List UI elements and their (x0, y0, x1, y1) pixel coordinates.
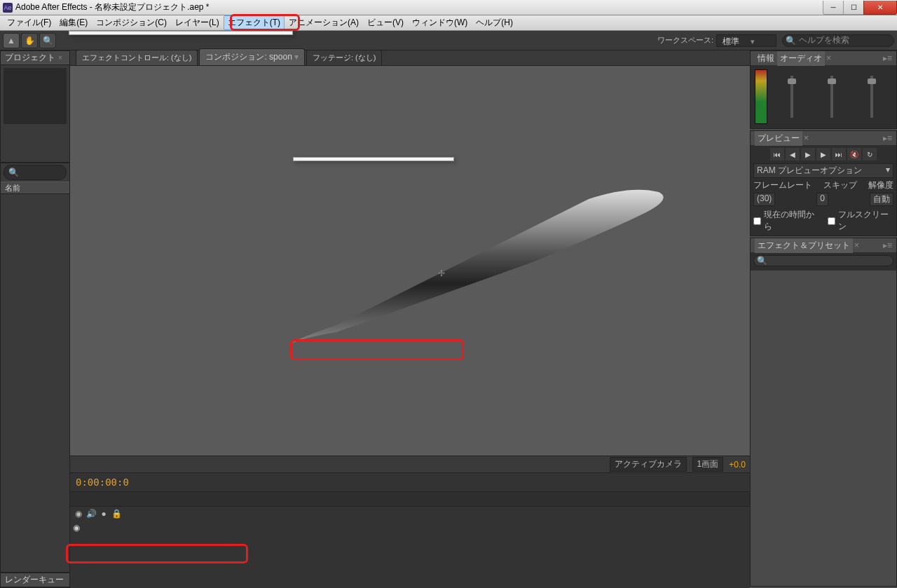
effect-menu (69, 31, 293, 35)
audio-slider[interactable] (830, 76, 833, 118)
project-name-header[interactable]: 名前 (1, 182, 69, 194)
skip-label: スキップ (823, 179, 857, 191)
first-frame-button[interactable]: ⏮ (770, 148, 784, 160)
loop-button[interactable]: ↻ (863, 148, 877, 160)
eye-icon[interactable]: ◉ (73, 508, 84, 519)
preview-tab[interactable]: プレビュー (755, 131, 802, 146)
lock-icon[interactable]: 🔒 (111, 508, 122, 519)
viewer-controls: アクティブカメラ 1画面 +0.0 (70, 456, 750, 472)
menu-アニメーション[interactable]: アニメーション(A) (285, 15, 363, 30)
audio-slider[interactable] (790, 76, 793, 118)
title-bar: Ae Adobe After Effects - 名称未設定プロジェクト.aep… (0, 0, 897, 15)
effects-presets-panel: エフェクト＆プリセット×▸≡ 🔍 (750, 238, 897, 587)
effects-search[interactable]: 🔍 (753, 255, 893, 266)
close-icon[interactable]: × (826, 53, 831, 63)
resolution-select[interactable]: 自動 (870, 193, 893, 206)
menu-レイヤー[interactable]: レイヤー(L) (171, 15, 224, 30)
audio-slider[interactable] (870, 76, 873, 118)
active-camera-select[interactable]: アクティブカメラ (610, 457, 687, 472)
menu-bar: ファイル(F)編集(E)コンポジション(C)レイヤー(L)エフェクト(T)アニメ… (0, 15, 897, 31)
preview-panel: プレビュー×▸≡ ⏮ ◀ ▶ ▶ ⏭ 🔇 ↻ RAM プレビューオプション▾ フ… (750, 130, 897, 236)
app-icon: Ae (3, 3, 13, 13)
composition-tab[interactable]: コンポジション: spoon ▾ (199, 48, 304, 65)
project-thumbnail (4, 68, 67, 124)
panel-menu-icon[interactable]: ▸≡ (883, 133, 892, 143)
svg-text:✢: ✢ (438, 268, 445, 278)
timeline-switches: ◉ 🔊 ● 🔒 (70, 507, 750, 521)
view-layout-select[interactable]: 1画面 (692, 457, 724, 472)
effect-controls-tab[interactable]: エフェクトコントロール: (なし) (76, 50, 198, 65)
prev-frame-button[interactable]: ◀ (786, 148, 800, 160)
menu-ビュー[interactable]: ビュー(V) (363, 15, 408, 30)
menu-コンポジション[interactable]: コンポジション(C) (92, 15, 171, 30)
composition-viewer[interactable]: ✢ (70, 66, 750, 456)
menu-ファイル[interactable]: ファイル(F) (3, 15, 55, 30)
menu-ヘルプ[interactable]: ヘルプ(H) (472, 15, 517, 30)
help-search[interactable]: 🔍ヘルプを検索 (782, 34, 894, 47)
mute-button[interactable]: 🔇 (847, 148, 861, 160)
menu-ウィンドウ[interactable]: ウィンドウ(W) (408, 15, 472, 30)
timeline-ruler[interactable] (70, 491, 750, 507)
footage-tab[interactable]: フッテージ: (なし) (306, 50, 382, 65)
close-icon[interactable]: × (58, 54, 62, 62)
window-title: Adobe After Effects - 名称未設定プロジェクト.aep * (15, 1, 823, 13)
hand-tool[interactable]: ✋ (21, 33, 38, 48)
play-button[interactable]: ▶ (801, 148, 815, 160)
eye-icon[interactable]: ◉ (73, 523, 80, 533)
minimize-button[interactable]: ─ (823, 1, 844, 15)
maximize-button[interactable]: ☐ (843, 1, 864, 15)
close-icon[interactable]: × (854, 240, 859, 250)
next-frame-button[interactable]: ▶ (816, 148, 830, 160)
close-button[interactable]: ✕ (863, 1, 897, 15)
audio-meter (755, 69, 767, 124)
project-panel: プロジェクト× (0, 50, 70, 163)
info-audio-panel: 情報 オーディオ × ▸≡ (750, 50, 897, 129)
framerate-label: フレームレート (753, 179, 812, 191)
workspace-select[interactable]: 標準 (716, 34, 776, 47)
ram-preview-options[interactable]: RAM プレビューオプション▾ (753, 163, 893, 178)
solo-icon[interactable]: ● (98, 508, 109, 519)
effects-presets-tab[interactable]: エフェクト＆プリセット (755, 238, 853, 253)
audio-tab[interactable]: オーディオ (777, 51, 825, 66)
spoon-graphic: ✢ (252, 150, 673, 430)
color-correction-submenu (293, 157, 454, 161)
panel-menu-icon[interactable]: ▸≡ (883, 53, 892, 63)
speaker-icon[interactable]: 🔊 (85, 508, 97, 519)
last-frame-button[interactable]: ⏭ (832, 148, 846, 160)
skip-select[interactable]: 0 (816, 193, 828, 206)
project-search[interactable]: 🔍 (4, 165, 67, 180)
info-tab[interactable]: 情報 (755, 51, 777, 66)
framerate-select[interactable]: (30) (753, 193, 775, 206)
composition-tabs: エフェクトコントロール: (なし) コンポジション: spoon ▾ フッテージ… (70, 50, 750, 66)
search-icon: 🔍 (786, 36, 796, 46)
panel-menu-icon[interactable]: ▸≡ (883, 240, 892, 250)
workspace-label: ワークスペース: (657, 35, 713, 46)
from-current-time-checkbox[interactable] (753, 217, 761, 225)
close-icon[interactable]: × (804, 133, 809, 143)
timeline-panel: 0:00:00:0 ◉ 🔊 ● 🔒 ◉ (70, 472, 750, 588)
fullscreen-checkbox[interactable] (828, 217, 835, 225)
menu-エフェクト[interactable]: エフェクト(T) (224, 15, 285, 30)
selection-tool[interactable]: ▲ (3, 33, 20, 48)
timecode[interactable]: 0:00:00:0 (76, 477, 129, 488)
render-queue-tab[interactable]: レンダーキュー (5, 574, 64, 586)
zoom-tool[interactable]: 🔍 (39, 33, 56, 48)
resolution-label: 解像度 (868, 179, 893, 191)
timeline-layer-row[interactable]: ◉ (70, 521, 750, 535)
exposure-value[interactable]: +0.0 (729, 460, 746, 470)
menu-編集[interactable]: 編集(E) (55, 15, 92, 30)
project-tab[interactable]: プロジェクト (5, 52, 55, 64)
